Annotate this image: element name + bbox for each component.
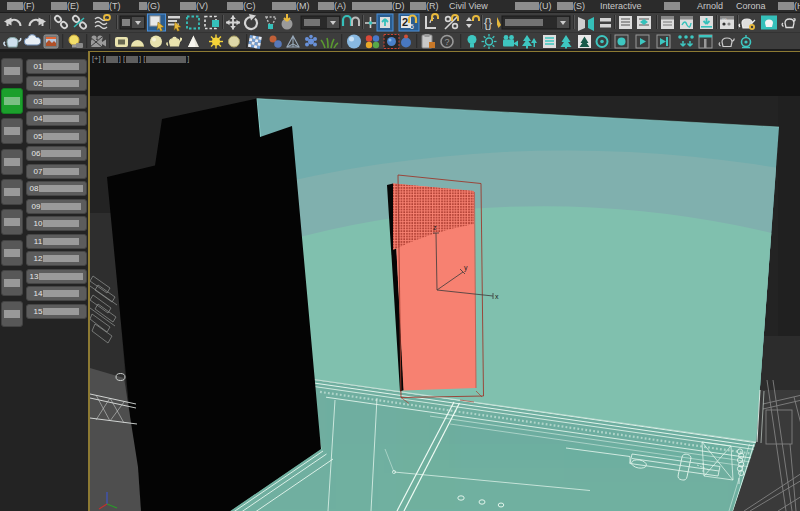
svg-text:y: y — [464, 264, 468, 272]
svg-text:?: ? — [445, 37, 450, 47]
svg-text:00: 00 — [722, 17, 727, 22]
svg-text:z: z — [433, 224, 437, 231]
svg-text:5: 5 — [410, 23, 414, 30]
svg-text:{}: {} — [484, 16, 492, 30]
svg-text:2: 2 — [402, 16, 408, 28]
svg-text:x: x — [495, 293, 499, 300]
